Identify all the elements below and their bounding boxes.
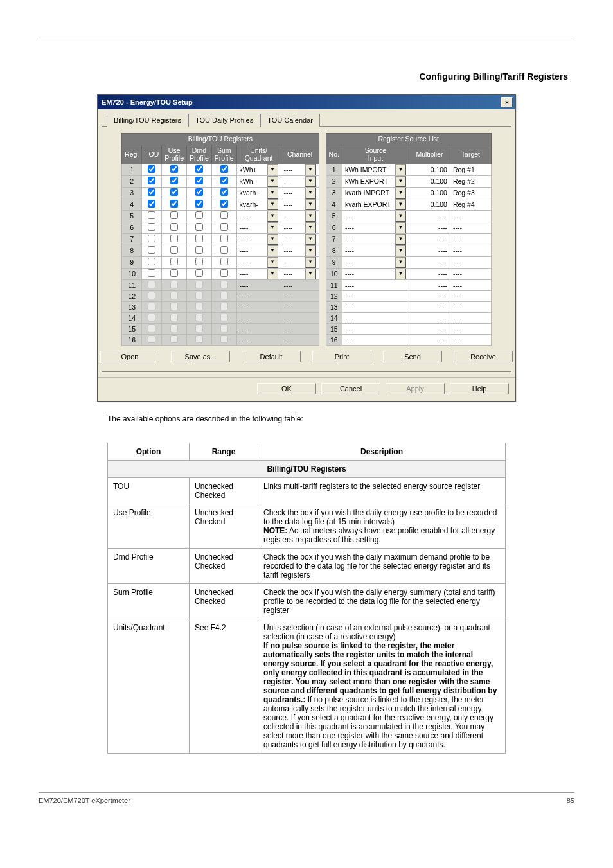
dmd-checkbox[interactable] xyxy=(195,269,203,277)
chevron-down-icon[interactable]: ▼ xyxy=(395,188,406,199)
use-checkbox-cell[interactable] xyxy=(162,199,187,210)
chevron-down-icon[interactable]: ▼ xyxy=(395,269,406,279)
use-checkbox[interactable] xyxy=(170,235,178,242)
sum-checkbox-cell[interactable] xyxy=(211,245,236,256)
tou-checkbox-cell[interactable] xyxy=(142,164,162,175)
close-icon[interactable]: × xyxy=(501,97,513,107)
chevron-down-icon[interactable]: ▼ xyxy=(305,176,316,187)
units-cell[interactable]: kWh+▼ xyxy=(236,164,281,175)
sum-checkbox[interactable] xyxy=(220,188,228,196)
chevron-down-icon[interactable]: ▼ xyxy=(305,269,316,279)
units-cell[interactable]: ----▼ xyxy=(236,233,281,245)
source-cell[interactable]: kvarh EXPORT▼ xyxy=(342,199,409,210)
dmd-checkbox-cell[interactable] xyxy=(187,164,212,175)
dmd-checkbox-cell[interactable] xyxy=(187,245,212,256)
dmd-checkbox-cell[interactable] xyxy=(187,199,212,210)
tou-checkbox-cell[interactable] xyxy=(142,175,162,187)
units-cell[interactable]: ----▼ xyxy=(236,268,281,279)
chevron-down-icon[interactable]: ▼ xyxy=(305,188,316,199)
dmd-checkbox-cell[interactable] xyxy=(187,256,212,268)
use-checkbox[interactable] xyxy=(170,258,178,265)
tou-checkbox[interactable] xyxy=(148,258,155,265)
chevron-down-icon[interactable]: ▼ xyxy=(267,257,278,268)
tab-billing-registers[interactable]: Billing/TOU Registers xyxy=(107,114,188,127)
print-button[interactable]: Print xyxy=(312,351,371,362)
dmd-checkbox-cell[interactable] xyxy=(187,222,212,233)
sum-checkbox[interactable] xyxy=(220,177,228,184)
tou-checkbox-cell[interactable] xyxy=(142,187,162,199)
default-button[interactable]: Default xyxy=(242,351,301,362)
sum-checkbox[interactable] xyxy=(220,165,228,173)
tab-daily-profiles[interactable]: TOU Daily Profiles xyxy=(188,114,260,127)
use-checkbox-cell[interactable] xyxy=(162,256,187,268)
chevron-down-icon[interactable]: ▼ xyxy=(305,245,316,256)
chevron-down-icon[interactable]: ▼ xyxy=(305,234,316,245)
units-cell[interactable]: ----▼ xyxy=(236,245,281,256)
chevron-down-icon[interactable]: ▼ xyxy=(305,257,316,268)
chevron-down-icon[interactable]: ▼ xyxy=(395,234,406,245)
source-cell[interactable]: ----▼ xyxy=(342,233,409,245)
sum-checkbox[interactable] xyxy=(220,223,228,231)
chevron-down-icon[interactable]: ▼ xyxy=(305,164,316,175)
source-cell[interactable]: kWh IMPORT▼ xyxy=(342,164,409,175)
chevron-down-icon[interactable]: ▼ xyxy=(267,164,278,175)
dmd-checkbox[interactable] xyxy=(195,246,203,254)
chevron-down-icon[interactable]: ▼ xyxy=(395,257,406,268)
units-cell[interactable]: kWh-▼ xyxy=(236,175,281,187)
tou-checkbox-cell[interactable] xyxy=(142,210,162,222)
chevron-down-icon[interactable]: ▼ xyxy=(305,211,316,222)
channel-cell[interactable]: ----▼ xyxy=(281,187,319,199)
source-cell[interactable]: ----▼ xyxy=(342,256,409,268)
channel-cell[interactable]: ----▼ xyxy=(281,210,319,222)
sum-checkbox-cell[interactable] xyxy=(211,233,236,245)
tou-checkbox[interactable] xyxy=(148,165,155,173)
chevron-down-icon[interactable]: ▼ xyxy=(305,222,316,233)
use-checkbox[interactable] xyxy=(170,177,178,184)
chevron-down-icon[interactable]: ▼ xyxy=(305,199,316,210)
dmd-checkbox-cell[interactable] xyxy=(187,210,212,222)
use-checkbox-cell[interactable] xyxy=(162,164,187,175)
chevron-down-icon[interactable]: ▼ xyxy=(267,211,278,222)
chevron-down-icon[interactable]: ▼ xyxy=(267,269,278,279)
source-cell[interactable]: kvarh IMPORT▼ xyxy=(342,187,409,199)
tou-checkbox[interactable] xyxy=(148,235,155,242)
sum-checkbox[interactable] xyxy=(220,211,228,219)
channel-cell[interactable]: ----▼ xyxy=(281,256,319,268)
sum-checkbox-cell[interactable] xyxy=(211,199,236,210)
sum-checkbox-cell[interactable] xyxy=(211,210,236,222)
dmd-checkbox[interactable] xyxy=(195,223,203,231)
tou-checkbox[interactable] xyxy=(148,211,155,219)
cancel-button[interactable]: Cancel xyxy=(321,383,380,394)
dmd-checkbox[interactable] xyxy=(195,188,203,196)
dmd-checkbox[interactable] xyxy=(195,235,203,242)
tou-checkbox-cell[interactable] xyxy=(142,245,162,256)
dmd-checkbox-cell[interactable] xyxy=(187,268,212,279)
use-checkbox[interactable] xyxy=(170,246,178,254)
chevron-down-icon[interactable]: ▼ xyxy=(395,164,406,175)
ok-button[interactable]: OK xyxy=(257,383,316,394)
tou-checkbox[interactable] xyxy=(148,223,155,231)
sum-checkbox[interactable] xyxy=(220,246,228,254)
send-button[interactable]: Send xyxy=(383,351,442,362)
use-checkbox[interactable] xyxy=(170,269,178,277)
use-checkbox[interactable] xyxy=(170,188,178,196)
dmd-checkbox[interactable] xyxy=(195,200,203,208)
source-cell[interactable]: ----▼ xyxy=(342,210,409,222)
units-cell[interactable]: kvarh+▼ xyxy=(236,187,281,199)
sum-checkbox-cell[interactable] xyxy=(211,268,236,279)
tou-checkbox-cell[interactable] xyxy=(142,256,162,268)
use-checkbox-cell[interactable] xyxy=(162,222,187,233)
receive-button[interactable]: Receive xyxy=(454,351,513,362)
use-checkbox-cell[interactable] xyxy=(162,233,187,245)
help-button[interactable]: Help xyxy=(450,383,509,394)
chevron-down-icon[interactable]: ▼ xyxy=(395,199,406,210)
chevron-down-icon[interactable]: ▼ xyxy=(395,222,406,233)
tou-checkbox-cell[interactable] xyxy=(142,199,162,210)
chevron-down-icon[interactable]: ▼ xyxy=(267,222,278,233)
channel-cell[interactable]: ----▼ xyxy=(281,233,319,245)
sum-checkbox-cell[interactable] xyxy=(211,164,236,175)
tou-checkbox[interactable] xyxy=(148,246,155,254)
tou-checkbox-cell[interactable] xyxy=(142,268,162,279)
dmd-checkbox[interactable] xyxy=(195,177,203,184)
tou-checkbox-cell[interactable] xyxy=(142,233,162,245)
